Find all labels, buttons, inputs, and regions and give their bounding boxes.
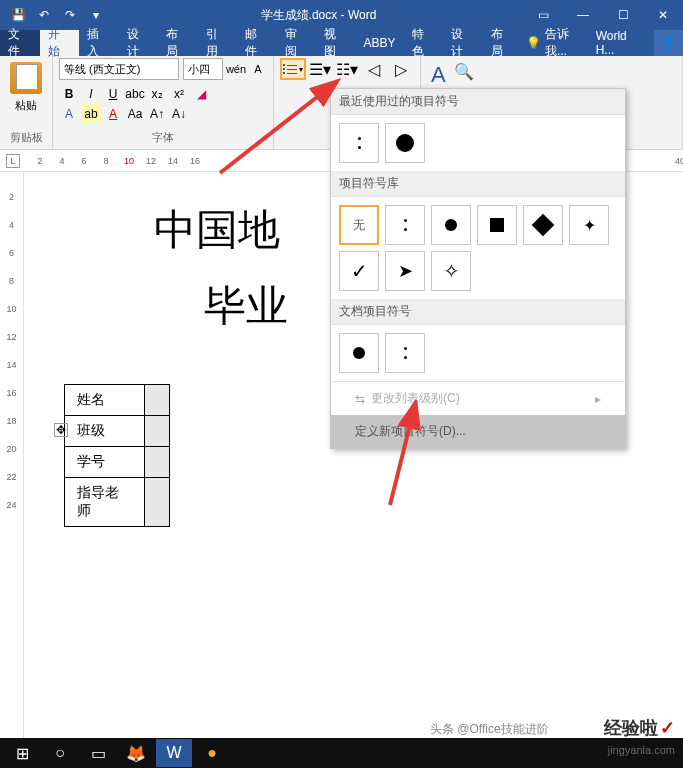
qat-dropdown-icon[interactable]: ▾ [84, 3, 108, 27]
tab-layout[interactable]: 布局 [158, 30, 198, 56]
bullet-lib-arrow[interactable]: ➤ [385, 251, 425, 291]
tell-me[interactable]: 💡 告诉我... [526, 26, 590, 60]
window-title: 学生成绩.docx - Word [114, 7, 523, 24]
bullet-lib-diamond[interactable] [523, 205, 563, 245]
multilevel-button[interactable]: ☷▾ [334, 58, 360, 80]
tab-file[interactable]: 文件 [0, 30, 40, 56]
font-size-select[interactable]: 小四 [183, 58, 223, 80]
level-icon: ⇆ [355, 392, 365, 406]
start-button[interactable]: ⊞ [4, 739, 40, 767]
vertical-ruler[interactable]: 2 4 6 8 10 12 14 16 18 20 22 24 [0, 172, 24, 740]
bullets-button[interactable]: ▾ [280, 58, 306, 80]
bullet-lib-dots[interactable] [385, 205, 425, 245]
save-icon[interactable]: 💾 [6, 3, 30, 27]
bullet-doc-disc[interactable] [339, 333, 379, 373]
table-row: 指导老师 [65, 478, 170, 527]
undo-icon[interactable]: ↶ [32, 3, 56, 27]
app-icon[interactable]: ● [194, 739, 230, 767]
cell-empty[interactable] [145, 447, 170, 478]
maximize-icon[interactable]: ☐ [603, 0, 643, 30]
tab-selector[interactable]: L [6, 154, 20, 168]
share-link[interactable]: World H... [590, 29, 654, 57]
find-icon[interactable]: 🔍 [454, 62, 474, 88]
tab-mailings[interactable]: 邮件 [237, 30, 277, 56]
numbering-button[interactable]: ☰▾ [307, 58, 333, 80]
tell-me-label: 告诉我... [545, 26, 590, 60]
clear-format-icon[interactable]: ◢ [191, 84, 211, 104]
table-row: 班级 [65, 416, 170, 447]
cell-advisor[interactable]: 指导老师 [65, 478, 145, 527]
shrink-font-icon[interactable]: A↓ [169, 104, 189, 124]
bullets-dropdown: 最近使用过的项目符号 项目符号库 无 ✦ ✓ ➤ ✧ 文档项目符号 ⇆ 更改列表… [330, 88, 626, 449]
increase-indent-icon[interactable]: ▷ [388, 58, 414, 80]
redo-icon[interactable]: ↷ [58, 3, 82, 27]
bullet-lib-colorful[interactable]: ✦ [569, 205, 609, 245]
font-color-icon[interactable]: A [103, 104, 123, 124]
paste-button[interactable]: 粘贴 [6, 58, 46, 113]
bullet-recent-dots[interactable] [339, 123, 379, 163]
tab-table-layout[interactable]: 布局 [483, 30, 523, 56]
tab-home[interactable]: 开始 [40, 30, 80, 56]
tab-special[interactable]: 特色 [404, 30, 444, 56]
table-move-handle[interactable]: ✥ [54, 423, 68, 437]
bullet-lib-star4[interactable]: ✧ [431, 251, 471, 291]
tab-review[interactable]: 审阅 [277, 30, 317, 56]
change-level-label: 更改列表级别(C) [371, 390, 460, 407]
bullet-doc-dots[interactable] [385, 333, 425, 373]
tab-abbyy[interactable]: ABBY [356, 30, 404, 56]
paste-label: 粘贴 [15, 98, 37, 113]
decrease-indent-icon[interactable]: ◁ [361, 58, 387, 80]
bullets-icon [283, 64, 297, 74]
tab-references[interactable]: 引用 [198, 30, 238, 56]
bullet-lib-disc[interactable] [431, 205, 471, 245]
bullet-recent-disc[interactable] [385, 123, 425, 163]
taskview-icon[interactable]: ▭ [80, 739, 116, 767]
highlight-icon[interactable]: ab [81, 104, 101, 124]
close-icon[interactable]: ✕ [643, 0, 683, 30]
ribbon-tabs: 文件 开始 插入 设计 布局 引用 邮件 审阅 视图 ABBY 特色 设计 布局… [0, 30, 683, 56]
recent-bullets-header: 最近使用过的项目符号 [331, 89, 625, 115]
font-name-select[interactable]: 等线 (西文正文) [59, 58, 179, 80]
bold-button[interactable]: B [59, 84, 79, 104]
text-effects-icon[interactable]: A [59, 104, 79, 124]
bullet-lib-square[interactable] [477, 205, 517, 245]
tab-insert[interactable]: 插入 [79, 30, 119, 56]
user-icon[interactable]: 👤 [654, 30, 683, 56]
grow-font-icon[interactable]: A↑ [147, 104, 167, 124]
styles-icon[interactable]: A [431, 62, 446, 88]
define-new-bullet[interactable]: 定义新项目符号(D)... [331, 415, 625, 448]
italic-button[interactable]: I [81, 84, 101, 104]
cortana-icon[interactable]: ○ [42, 739, 78, 767]
cell-name[interactable]: 姓名 [65, 385, 145, 416]
bullet-none[interactable]: 无 [339, 205, 379, 245]
word-taskbar-icon[interactable]: W [156, 739, 192, 767]
cell-id[interactable]: 学号 [65, 447, 145, 478]
tab-table-design[interactable]: 设计 [443, 30, 483, 56]
strikethrough-button[interactable]: abc [125, 84, 145, 104]
phonetic-guide-icon[interactable]: wén [227, 60, 245, 78]
toutiao-watermark: 头条 @Office技能进阶 [430, 721, 549, 738]
info-table[interactable]: 姓名 班级 学号 指导老师 [64, 384, 170, 527]
windows-taskbar: ⊞ ○ ▭ 🦊 W ● [0, 738, 683, 768]
char-shading-icon[interactable]: Aa [125, 104, 145, 124]
define-new-label: 定义新项目符号(D)... [355, 423, 466, 440]
superscript-button[interactable]: x² [169, 84, 189, 104]
group-clipboard: 粘贴 剪贴板 [0, 56, 53, 149]
firefox-icon[interactable]: 🦊 [118, 739, 154, 767]
tab-design[interactable]: 设计 [119, 30, 159, 56]
cell-empty[interactable] [145, 385, 170, 416]
char-border-icon[interactable]: A [249, 60, 267, 78]
cell-empty[interactable] [145, 416, 170, 447]
group-font: 等线 (西文正文) 小四 wén A B I U abc x₂ x² ◢ A a… [53, 56, 274, 149]
table-row: 姓名 [65, 385, 170, 416]
cell-class[interactable]: 班级 [65, 416, 145, 447]
underline-button[interactable]: U [103, 84, 123, 104]
chevron-down-icon: ▾ [299, 65, 303, 74]
check-icon: ✓ [660, 717, 675, 739]
jingyanla-watermark: 经验啦 ✓ [604, 716, 675, 740]
tab-view[interactable]: 视图 [316, 30, 356, 56]
subscript-button[interactable]: x₂ [147, 84, 167, 104]
bullet-lib-check[interactable]: ✓ [339, 251, 379, 291]
watermark-url: jingyanla.com [608, 744, 675, 756]
cell-empty[interactable] [145, 478, 170, 527]
